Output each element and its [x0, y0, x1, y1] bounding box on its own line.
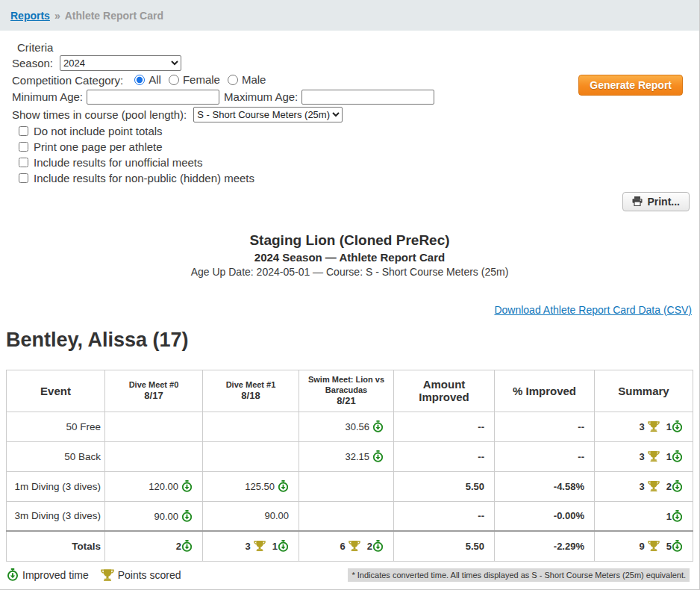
radio-input-all[interactable]: [134, 75, 145, 85]
improved-time-icon: [672, 420, 683, 432]
cell-value: 3 2: [595, 471, 693, 501]
print-button[interactable]: Print...: [622, 192, 690, 211]
cell-value: [299, 471, 394, 501]
cell-value: 3 1: [595, 441, 693, 471]
athlete-name: Bentley, Alissa (17): [6, 329, 699, 352]
course-label: Show times in course (pool length):: [12, 108, 187, 121]
trophy-icon: [254, 540, 266, 552]
minimum-age-input[interactable]: [87, 90, 219, 105]
checkbox-option-3[interactable]: Include results for non-public (hidden) …: [19, 172, 699, 184]
checkbox-option-2[interactable]: Include results for unofficial meets: [19, 156, 699, 169]
cell-value: --: [495, 412, 595, 441]
criteria-panel: Criteria Season: 2024 Competition Catego…: [0, 31, 699, 184]
checkbox-input-3[interactable]: [19, 173, 28, 183]
cell-value: -4.58%: [495, 471, 595, 501]
radio-input-male[interactable]: [228, 75, 238, 85]
improved-time-icon: [181, 510, 193, 522]
cell-event: 3m Diving (3 dives): [7, 501, 105, 531]
report-footer: Improved time Points scored * Indicates …: [7, 568, 690, 582]
report-card-table: EventDive Meet #08/17Dive Meet #18/18Swi…: [6, 370, 693, 562]
cell-value: 32.15: [299, 441, 394, 471]
maximum-age-label: Maximum Age:: [224, 90, 298, 103]
trophy-icon: [648, 480, 660, 492]
checkbox-option-0[interactable]: Do not include point totals: [19, 125, 699, 137]
cell-event: Totals: [7, 531, 105, 561]
cell-value: --: [394, 441, 495, 471]
cell-value: 3 1: [595, 412, 693, 441]
improved-time-icon: [672, 450, 683, 462]
legend-points-label: Points scored: [118, 569, 181, 581]
column-header: Swim Meet: Lion vs Baracudas8/21: [299, 370, 394, 412]
criteria-title: Criteria: [17, 41, 699, 54]
column-header: Event: [7, 370, 105, 412]
table-row: 1m Diving (3 dives)120.00 125.50 5.50-4.…: [7, 471, 693, 501]
improved-time-icon: [7, 568, 19, 581]
trophy-icon: [648, 540, 660, 552]
column-header: % Improved: [495, 370, 595, 412]
cell-value: 3 1: [203, 531, 299, 561]
checkbox-option-1[interactable]: Print one page per athlete: [19, 140, 699, 153]
cell-value: 9 5: [595, 531, 693, 561]
checkbox-input-0[interactable]: [19, 126, 28, 136]
cell-value: -0.00%: [495, 501, 595, 531]
improved-time-icon: [672, 510, 683, 522]
table-header: EventDive Meet #08/17Dive Meet #18/18Swi…: [7, 370, 693, 412]
season-line: 2024 Season — Athlete Report Card: [0, 251, 699, 264]
cell-value: 6 2: [299, 531, 394, 561]
season-select[interactable]: 2024: [60, 55, 181, 71]
improved-time-icon: [372, 540, 384, 552]
cell-value: --: [394, 501, 495, 531]
improved-time-icon: [278, 480, 289, 492]
cell-value: [105, 441, 203, 471]
cell-value: 125.50: [203, 471, 299, 501]
competition-category-label: Competition Category:: [12, 74, 123, 87]
radio-option-all[interactable]: All: [134, 73, 161, 86]
legend-improved: Improved time: [7, 568, 89, 581]
cell-value: 90.00: [203, 501, 299, 531]
radio-option-female[interactable]: Female: [169, 73, 220, 86]
totals-row: Totals2 3 1 6 2 5.50-2.29%9 5: [7, 531, 693, 561]
improved-time-icon: [372, 450, 384, 462]
table-row: 3m Diving (3 dives)90.00 90.00---0.00%1: [7, 501, 693, 531]
improved-time-icon: [672, 480, 683, 492]
competition-category-options: AllFemaleMale: [127, 73, 266, 87]
trophy-icon: [648, 420, 660, 432]
cell-value: --: [495, 441, 595, 471]
breadcrumb-reports-link[interactable]: Reports: [10, 10, 50, 22]
improved-time-icon: [181, 540, 193, 552]
csv-row: Download Athlete Report Card Data (CSV): [0, 303, 692, 317]
cell-value: 2: [105, 531, 203, 561]
cell-value: 1: [595, 501, 693, 531]
checkbox-input-1[interactable]: [19, 142, 28, 152]
breadcrumb-current: Athlete Report Card: [65, 10, 163, 22]
improved-time-icon: [278, 540, 289, 552]
column-header: Amount Improved: [394, 370, 495, 412]
cell-value: --: [394, 412, 495, 441]
legend-points: Points scored: [101, 568, 181, 582]
improved-time-icon: [672, 540, 683, 552]
cell-value: 90.00: [105, 501, 203, 531]
cell-value: [299, 501, 394, 531]
course-select[interactable]: S - Short Course Meters (25m): [193, 107, 343, 122]
download-csv-link[interactable]: Download Athlete Report Card Data (CSV): [494, 304, 692, 316]
column-header: Summary: [595, 370, 693, 412]
trophy-icon: [648, 450, 660, 462]
cell-value: -2.29%: [495, 531, 595, 561]
cell-event: 50 Back: [7, 441, 105, 471]
cell-value: [203, 441, 299, 471]
cell-event: 50 Free: [7, 412, 105, 441]
checkbox-input-2[interactable]: [19, 158, 28, 167]
radio-input-female[interactable]: [169, 75, 179, 85]
cell-value: [203, 412, 299, 441]
team-name: Staging Lion (Cloned PreRec): [0, 232, 699, 249]
minimum-age-label: Minimum Age:: [12, 90, 83, 103]
print-row: Print...: [0, 192, 690, 211]
converted-time-note: * Indicates converted time. All times di…: [348, 568, 690, 582]
printer-icon: [632, 196, 643, 206]
breadcrumb-separator: »: [54, 10, 60, 22]
generate-report-button[interactable]: Generate Report: [578, 75, 683, 96]
maximum-age-input[interactable]: [301, 90, 434, 105]
radio-option-male[interactable]: Male: [228, 73, 266, 86]
legend-improved-label: Improved time: [22, 569, 89, 581]
cell-value: 5.50: [394, 531, 495, 561]
